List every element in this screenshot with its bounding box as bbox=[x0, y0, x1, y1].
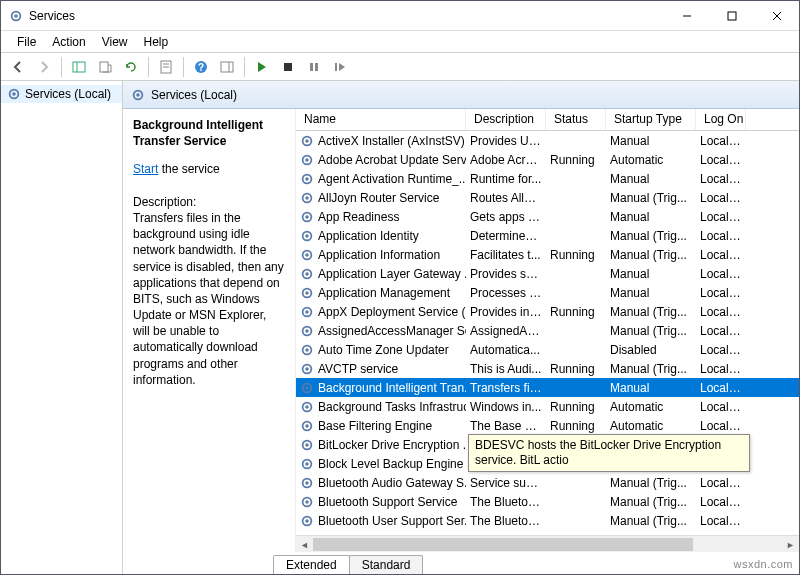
cell-name: Auto Time Zone Updater bbox=[296, 343, 466, 357]
back-button[interactable] bbox=[6, 55, 30, 79]
watermark: wsxdn.com bbox=[733, 558, 793, 570]
col-description[interactable]: Description bbox=[466, 109, 546, 130]
svg-rect-3 bbox=[728, 12, 736, 20]
cell-logon: Local Se bbox=[696, 267, 746, 281]
service-row[interactable]: AssignedAccessManager Se...AssignedAc...… bbox=[296, 321, 799, 340]
service-icon bbox=[300, 495, 314, 509]
svg-point-31 bbox=[305, 196, 309, 200]
minimize-button[interactable] bbox=[664, 1, 709, 31]
service-row[interactable]: Agent Activation Runtime_...Runtime for.… bbox=[296, 169, 799, 188]
selected-service-title: Background Intelligent Transfer Service bbox=[133, 117, 285, 149]
svg-point-65 bbox=[305, 519, 309, 523]
tab-extended[interactable]: Extended bbox=[273, 555, 350, 574]
action-pane-button[interactable] bbox=[215, 55, 239, 79]
cell-description: AssignedAc... bbox=[466, 324, 546, 338]
service-row[interactable]: ActiveX Installer (AxInstSV)Provides Us.… bbox=[296, 131, 799, 150]
col-name[interactable]: Name bbox=[296, 109, 466, 130]
menu-help[interactable]: Help bbox=[136, 33, 177, 51]
svg-rect-16 bbox=[284, 63, 292, 71]
col-status[interactable]: Status bbox=[546, 109, 606, 130]
pause-service-button[interactable] bbox=[302, 55, 326, 79]
service-row[interactable]: Application InformationFacilitates t...R… bbox=[296, 245, 799, 264]
service-icon bbox=[300, 153, 314, 167]
service-row[interactable]: Application IdentityDetermines ...Manual… bbox=[296, 226, 799, 245]
service-icon bbox=[300, 362, 314, 376]
cell-status: Running bbox=[546, 248, 606, 262]
export-button[interactable] bbox=[93, 55, 117, 79]
menu-file[interactable]: File bbox=[9, 33, 44, 51]
properties-button[interactable] bbox=[154, 55, 178, 79]
start-service-link[interactable]: Start bbox=[133, 162, 158, 176]
help-button[interactable]: ? bbox=[189, 55, 213, 79]
service-row[interactable]: Application ManagementProcesses in...Man… bbox=[296, 283, 799, 302]
scroll-thumb[interactable] bbox=[313, 538, 693, 551]
service-icon bbox=[300, 229, 314, 243]
cell-logon: Local Se bbox=[696, 419, 746, 433]
service-row[interactable]: AVCTP serviceThis is Audi...RunningManua… bbox=[296, 359, 799, 378]
cell-name: AllJoyn Router Service bbox=[296, 191, 466, 205]
service-row[interactable]: AppX Deployment Service (...Provides inf… bbox=[296, 302, 799, 321]
tree-item-services-local[interactable]: Services (Local) bbox=[1, 85, 122, 103]
service-icon bbox=[300, 286, 314, 300]
service-row[interactable]: Background Tasks Infrastruc...Windows in… bbox=[296, 397, 799, 416]
maximize-button[interactable] bbox=[709, 1, 754, 31]
scroll-right-arrow[interactable]: ► bbox=[782, 536, 799, 553]
service-icon bbox=[300, 305, 314, 319]
cell-name: AssignedAccessManager Se... bbox=[296, 324, 466, 338]
svg-point-29 bbox=[305, 177, 309, 181]
menu-action[interactable]: Action bbox=[44, 33, 93, 51]
cell-description: Routes AllJo... bbox=[466, 191, 546, 205]
service-icon bbox=[300, 419, 314, 433]
cell-logon: Local Sy bbox=[696, 324, 746, 338]
svg-rect-14 bbox=[221, 62, 233, 72]
cell-startup: Manual (Trig... bbox=[606, 248, 696, 262]
service-row[interactable]: Auto Time Zone UpdaterAutomatica...Disab… bbox=[296, 340, 799, 359]
service-row[interactable]: Background Intelligent Tran...Transfers … bbox=[296, 378, 799, 397]
refresh-button[interactable] bbox=[119, 55, 143, 79]
svg-rect-17 bbox=[310, 63, 313, 71]
close-button[interactable] bbox=[754, 1, 799, 31]
tab-standard[interactable]: Standard bbox=[349, 555, 424, 574]
cell-description: The Bluetoo... bbox=[466, 495, 546, 509]
start-service-button[interactable] bbox=[250, 55, 274, 79]
cell-logon: Local Se bbox=[696, 343, 746, 357]
cell-description: Provides su... bbox=[466, 267, 546, 281]
titlebar: Services bbox=[1, 1, 799, 31]
stop-service-button[interactable] bbox=[276, 55, 300, 79]
description-label: Description: bbox=[133, 194, 285, 210]
service-icon bbox=[300, 457, 314, 471]
service-row[interactable]: Base Filtering EngineThe Base Fil...Runn… bbox=[296, 416, 799, 435]
toolbar: ? bbox=[1, 53, 799, 81]
service-row[interactable]: Bluetooth User Support Ser...The Bluetoo… bbox=[296, 511, 799, 530]
cell-name: Bluetooth Audio Gateway S... bbox=[296, 476, 466, 490]
cell-logon: Local Se bbox=[696, 495, 746, 509]
menu-view[interactable]: View bbox=[94, 33, 136, 51]
cell-status: Running bbox=[546, 419, 606, 433]
col-logon[interactable]: Log On As bbox=[696, 109, 746, 130]
svg-point-39 bbox=[305, 272, 309, 276]
service-row[interactable]: AllJoyn Router ServiceRoutes AllJo...Man… bbox=[296, 188, 799, 207]
scroll-left-arrow[interactable]: ◄ bbox=[296, 536, 313, 553]
svg-point-45 bbox=[305, 329, 309, 333]
cell-name: AVCTP service bbox=[296, 362, 466, 376]
col-startup[interactable]: Startup Type bbox=[606, 109, 696, 130]
service-row[interactable]: Bluetooth Audio Gateway S...Service sup.… bbox=[296, 473, 799, 492]
cell-startup: Automatic bbox=[606, 153, 696, 167]
service-row[interactable]: Adobe Acrobat Update Serv...Adobe Acro..… bbox=[296, 150, 799, 169]
service-row[interactable]: Application Layer Gateway ...Provides su… bbox=[296, 264, 799, 283]
cell-logon: Local Sy bbox=[696, 248, 746, 262]
horizontal-scrollbar[interactable]: ◄ ► bbox=[296, 535, 799, 552]
service-icon bbox=[300, 191, 314, 205]
cell-startup: Manual (Trig... bbox=[606, 495, 696, 509]
cell-startup: Manual bbox=[606, 381, 696, 395]
cell-logon: Local Sy bbox=[696, 134, 746, 148]
show-hide-tree-button[interactable] bbox=[67, 55, 91, 79]
service-row[interactable]: Bluetooth Support ServiceThe Bluetoo...M… bbox=[296, 492, 799, 511]
forward-button[interactable] bbox=[32, 55, 56, 79]
service-row[interactable]: App ReadinessGets apps re...ManualLocal … bbox=[296, 207, 799, 226]
cell-startup: Manual bbox=[606, 286, 696, 300]
cell-startup: Manual (Trig... bbox=[606, 229, 696, 243]
start-suffix: the service bbox=[158, 162, 219, 176]
service-icon bbox=[300, 267, 314, 281]
restart-service-button[interactable] bbox=[328, 55, 352, 79]
